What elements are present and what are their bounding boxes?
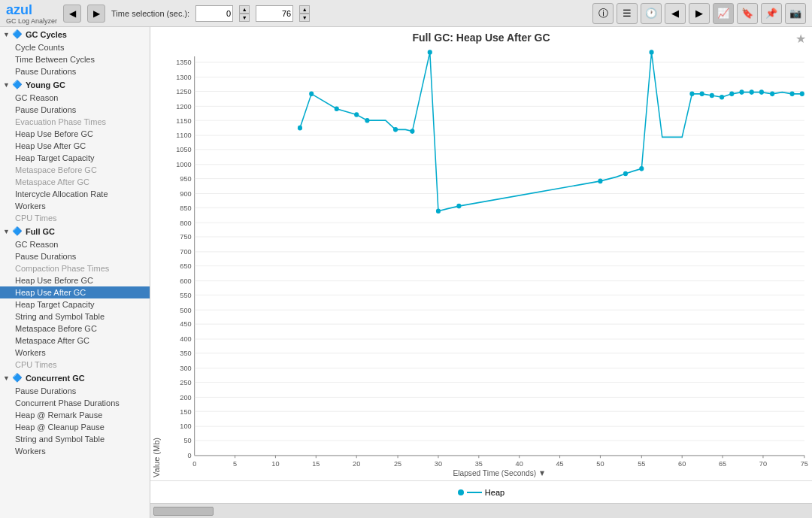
next-button[interactable]: ▶ (689, 3, 710, 24)
triangle-concurrent-gc: ▼ (3, 374, 10, 382)
list-button[interactable]: ☰ (617, 3, 638, 24)
section-concurrent-gc-label: Concurrent GC (26, 374, 85, 383)
svg-text:35: 35 (475, 459, 483, 468)
sidebar-item-young-gc-reason[interactable]: GC Reason (0, 92, 150, 104)
svg-text:900: 900 (180, 189, 191, 197)
svg-text:0: 0 (188, 451, 192, 459)
svg-text:200: 200 (180, 392, 191, 401)
svg-point-91 (309, 92, 314, 97)
svg-text:1300: 1300 (176, 73, 191, 81)
section-gc-cycles[interactable]: ▼ 🔷 GC Cycles (0, 27, 150, 41)
info-button[interactable]: ⓘ (592, 3, 614, 24)
time-end-input[interactable] (256, 5, 293, 22)
clock-button[interactable]: 🕐 (641, 3, 662, 24)
section-young-gc[interactable]: ▼ 🔷 Young GC (0, 77, 150, 92)
svg-point-98 (436, 208, 441, 214)
sidebar-item-conc-phase-durations[interactable]: Concurrent Phase Durations (0, 397, 150, 409)
section-concurrent-gc[interactable]: ▼ 🔷 Concurrent GC (0, 371, 150, 385)
svg-point-96 (410, 129, 414, 134)
scroll-thumb[interactable] (153, 507, 214, 516)
sidebar-item-full-gc-reason[interactable]: GC Reason (0, 238, 150, 250)
app-logo: azul (6, 2, 54, 18)
svg-text:75: 75 (801, 459, 808, 468)
svg-text:65: 65 (719, 459, 726, 468)
pin-button[interactable]: 📌 (761, 3, 782, 24)
bookmark-button[interactable]: 🔖 (737, 3, 758, 24)
time-end-spinner[interactable]: ▲ ▼ (299, 5, 310, 22)
app-logo-sub: GC Log Analyzer (6, 18, 57, 25)
time-start-input[interactable] (195, 5, 233, 22)
time-start-up[interactable]: ▲ (239, 5, 250, 14)
svg-text:1100: 1100 (176, 131, 191, 139)
sidebar-item-young-meta-before: Metaspace Before GC (0, 164, 150, 176)
sidebar-item-conc-heap-remark[interactable]: Heap @ Remark Pause (0, 409, 150, 421)
sidebar-item-young-workers[interactable]: Workers (0, 200, 150, 212)
svg-text:450: 450 (180, 320, 191, 328)
sidebar-item-conc-string-symbol[interactable]: String and Symbol Table (0, 433, 150, 445)
sidebar: ▼ 🔷 GC Cycles Cycle Counts Time Between … (0, 27, 150, 518)
logo: azul GC Log Analyzer (6, 2, 57, 25)
chart-svg: 0 50 100 150 200 250 300 350 400 (162, 48, 812, 480)
chart-title-bar: Full GC: Heap Use After GC ★ (150, 27, 812, 48)
sidebar-item-young-heap-before[interactable]: Heap Use Before GC (0, 128, 150, 140)
svg-point-109 (739, 89, 744, 95)
sidebar-item-full-meta-before[interactable]: Metaspace Before GC (0, 323, 150, 335)
legend-heap-dot (458, 489, 464, 495)
svg-text:250: 250 (180, 377, 191, 386)
sidebar-item-full-meta-after[interactable]: Metaspace After GC (0, 335, 150, 347)
svg-text:550: 550 (180, 290, 191, 298)
sidebar-item-cycle-counts[interactable]: Cycle Counts (0, 41, 150, 53)
svg-point-108 (729, 92, 734, 97)
sidebar-item-full-heap-after[interactable]: Heap Use After GC (0, 286, 150, 298)
sidebar-item-young-heap-after[interactable]: Heap Use After GC (0, 140, 150, 152)
time-selection-label: Time selection (sec.): (111, 9, 189, 18)
svg-text:40: 40 (516, 459, 523, 468)
legend-heap: Heap (458, 488, 504, 497)
svg-text:5: 5 (233, 459, 237, 468)
time-end-up[interactable]: ▲ (299, 5, 310, 14)
sidebar-item-intercycle-alloc[interactable]: Intercycle Allocation Rate (0, 188, 150, 200)
sidebar-item-young-pause-durations[interactable]: Pause Durations (0, 104, 150, 116)
sidebar-item-full-heap-before[interactable]: Heap Use Before GC (0, 274, 150, 286)
svg-text:15: 15 (312, 459, 320, 468)
bottom-scrollbar (150, 503, 812, 518)
section-full-gc[interactable]: ▼ 🔷 Full GC (0, 224, 150, 238)
chart-button[interactable]: 📈 (713, 3, 734, 24)
sidebar-item-conc-workers[interactable]: Workers (0, 445, 150, 457)
svg-text:700: 700 (180, 247, 191, 256)
svg-text:350: 350 (180, 349, 191, 357)
sidebar-item-full-pause-durations[interactable]: Pause Durations (0, 250, 150, 262)
sidebar-item-conc-pause-durations[interactable]: Pause Durations (0, 385, 150, 397)
svg-point-113 (790, 92, 795, 97)
camera-button[interactable]: 📷 (785, 3, 806, 24)
nav-back-button[interactable]: ◀ (63, 5, 81, 23)
svg-text:400: 400 (180, 335, 191, 343)
svg-text:0: 0 (192, 459, 196, 468)
sidebar-item-young-heap-target[interactable]: Heap Target Capacity (0, 152, 150, 164)
sidebar-item-pause-durations-gc[interactable]: Pause Durations (0, 65, 150, 77)
svg-text:Elapsed Time (Seconds) ▼: Elapsed Time (Seconds) ▼ (453, 468, 546, 477)
section-young-gc-label: Young GC (26, 80, 65, 89)
time-start-down[interactable]: ▼ (239, 14, 250, 22)
star-button[interactable]: ★ (795, 32, 806, 46)
svg-point-107 (720, 95, 724, 100)
y-axis-label: Value (Mb) (150, 48, 162, 480)
sidebar-item-full-workers[interactable]: Workers (0, 347, 150, 359)
svg-point-105 (700, 92, 704, 97)
sidebar-item-full-heap-target[interactable]: Heap Target Capacity (0, 298, 150, 310)
svg-point-114 (800, 92, 804, 97)
nav-forward-button[interactable]: ▶ (87, 5, 105, 23)
sidebar-item-conc-heap-cleanup[interactable]: Heap @ Cleanup Pause (0, 421, 150, 433)
chart-inner[interactable]: 0 50 100 150 200 250 300 350 400 (162, 48, 812, 480)
sidebar-item-time-between[interactable]: Time Between Cycles (0, 53, 150, 65)
prev-button[interactable]: ◀ (665, 3, 686, 24)
sidebar-item-full-string-symbol[interactable]: String and Symbol Table (0, 310, 150, 323)
section-gc-cycles-label: GC Cycles (26, 30, 67, 39)
svg-text:750: 750 (180, 232, 191, 241)
time-start-spinner[interactable]: ▲ ▼ (239, 5, 250, 22)
time-end-down[interactable]: ▼ (299, 14, 310, 22)
svg-point-101 (623, 171, 628, 177)
legend-bar: Heap (150, 480, 812, 503)
triangle-full-gc: ▼ (3, 228, 10, 235)
main-area: ▼ 🔷 GC Cycles Cycle Counts Time Between … (0, 27, 812, 518)
